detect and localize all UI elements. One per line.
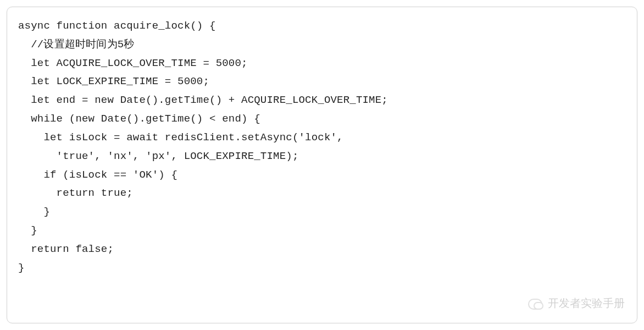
watermark: 开发者实验手册 xyxy=(528,296,625,311)
wechat-icon xyxy=(528,298,543,310)
code-content: async function acquire_lock() { //设置超时时间… xyxy=(18,17,626,277)
watermark-text: 开发者实验手册 xyxy=(548,296,625,311)
code-block: async function acquire_lock() { //设置超时时间… xyxy=(7,7,637,323)
